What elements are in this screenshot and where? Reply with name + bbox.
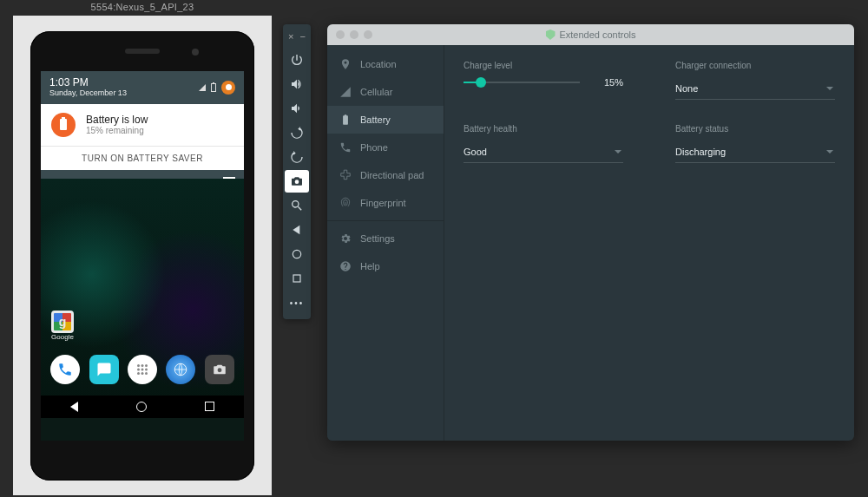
svg-point-12 <box>293 250 300 258</box>
battery-status-field: Battery status Discharging <box>675 124 835 163</box>
charge-level-label: Charge level <box>464 61 623 70</box>
browser-app-icon[interactable] <box>166 355 195 384</box>
notification-title: Battery is low <box>86 114 148 126</box>
profile-avatar-icon[interactable] <box>221 81 235 95</box>
phone-front-camera <box>192 49 199 56</box>
android-statusbar[interactable]: 1:03 PM Sunday, December 13 <box>41 71 244 104</box>
phone-speaker <box>125 49 160 54</box>
svg-point-3 <box>137 368 140 370</box>
status-datetime: 1:03 PM Sunday, December 13 <box>49 76 127 98</box>
android-navbar <box>41 396 244 418</box>
charger-connection-select[interactable]: None <box>675 77 835 100</box>
charge-level-field: Charge level 15% <box>464 61 623 100</box>
sidebar-label: Fingerprint <box>360 198 406 208</box>
recents-button[interactable] <box>205 402 214 411</box>
extended-controls-window: Extended controls Location Cellular Batt… <box>327 24 854 441</box>
svg-point-1 <box>141 364 143 367</box>
battery-health-select[interactable]: Good <box>464 141 623 163</box>
extended-window-title: Extended controls <box>545 29 635 40</box>
extended-sidebar: Location Cellular Battery Phone Directio… <box>327 45 444 441</box>
sidebar-item-phone[interactable]: Phone <box>327 134 444 161</box>
battery-status-label: Battery status <box>675 124 835 134</box>
power-button[interactable] <box>285 49 309 71</box>
back-button[interactable] <box>70 402 78 412</box>
svg-point-2 <box>145 364 148 367</box>
sidebar-label: Phone <box>360 142 388 153</box>
messages-app-icon[interactable] <box>89 355 119 384</box>
svg-rect-13 <box>293 275 300 282</box>
rotate-left-button[interactable] <box>285 121 309 144</box>
svg-point-5 <box>145 368 148 370</box>
toolbar-minimize-button[interactable]: − <box>300 31 306 42</box>
status-icons <box>199 81 235 95</box>
emulator-title: 5554:Nexus_5_API_23 <box>13 0 272 16</box>
extended-titlebar[interactable]: Extended controls <box>327 24 854 45</box>
home-button[interactable] <box>136 402 147 412</box>
sidebar-item-cellular[interactable]: Cellular <box>327 78 444 106</box>
svg-point-7 <box>141 372 143 375</box>
battery-alert-icon <box>51 113 76 137</box>
svg-point-6 <box>137 372 140 375</box>
select-value: Good <box>464 147 487 157</box>
app-dock <box>41 349 244 390</box>
select-value: None <box>675 83 698 94</box>
toolbar-more-button[interactable]: ••• <box>285 291 309 314</box>
camera-app-icon[interactable] <box>205 355 234 384</box>
google-search-widget[interactable]: g Google <box>51 311 74 341</box>
select-value: Discharging <box>675 147 726 157</box>
sidebar-item-fingerprint[interactable]: Fingerprint <box>327 189 444 217</box>
chevron-down-icon <box>826 87 833 90</box>
chevron-down-icon <box>615 150 621 154</box>
traffic-zoom[interactable] <box>364 30 372 39</box>
screenshot-button[interactable] <box>285 170 309 193</box>
charger-connection-label: Charger connection <box>675 61 835 70</box>
emulator-window: 5554:Nexus_5_API_23 1:03 PM Sunday, Dece… <box>13 0 272 495</box>
battery-saver-button[interactable]: TURN ON BATTERY SAVER <box>41 146 244 170</box>
status-date: Sunday, December 13 <box>49 88 127 98</box>
volume-up-button[interactable] <box>285 73 309 95</box>
toolbar-home-button[interactable] <box>285 243 309 265</box>
svg-point-4 <box>141 368 143 370</box>
battery-status-select[interactable]: Discharging <box>675 141 835 163</box>
signal-icon <box>199 84 206 91</box>
svg-point-0 <box>137 364 140 367</box>
chevron-down-icon <box>826 150 833 154</box>
svg-point-8 <box>145 372 148 375</box>
volume-down-button[interactable] <box>285 97 309 120</box>
zoom-button[interactable] <box>285 194 309 217</box>
emulator-toolbar: × − ••• <box>283 24 311 319</box>
toolbar-back-button[interactable] <box>285 219 309 241</box>
sidebar-item-dpad[interactable]: Directional pad <box>327 161 444 189</box>
traffic-minimize[interactable] <box>350 30 358 39</box>
charge-level-slider[interactable] <box>464 82 580 83</box>
sidebar-separator <box>327 220 444 221</box>
charge-level-value: 15% <box>594 77 623 88</box>
sidebar-item-location[interactable]: Location <box>327 50 444 78</box>
app-drawer-icon[interactable] <box>128 355 157 384</box>
sidebar-label: Settings <box>360 233 395 244</box>
phone-screen[interactable]: 1:03 PM Sunday, December 13 Battery is l… <box>41 71 244 441</box>
svg-point-10 <box>217 368 221 372</box>
emulator-frame: 1:03 PM Sunday, December 13 Battery is l… <box>13 16 272 495</box>
low-battery-notification[interactable]: Battery is low 15% remaining TURN ON BAT… <box>41 104 244 170</box>
sidebar-label: Battery <box>360 114 391 125</box>
notification-subtitle: 15% remaining <box>86 126 148 135</box>
sidebar-item-battery[interactable]: Battery <box>327 106 444 134</box>
sidebar-label: Cellular <box>360 87 392 97</box>
window-traffic-lights[interactable] <box>327 30 372 39</box>
phone-app-icon[interactable] <box>50 355 80 384</box>
sidebar-item-help[interactable]: Help <box>327 252 444 280</box>
google-icon: g <box>51 311 74 333</box>
google-label: Google <box>51 333 74 341</box>
traffic-close[interactable] <box>336 30 345 39</box>
toolbar-recents-button[interactable] <box>285 267 309 290</box>
status-time: 1:03 PM <box>49 76 127 88</box>
shield-icon <box>545 29 555 40</box>
slider-thumb[interactable] <box>476 77 486 88</box>
sidebar-label: Directional pad <box>360 170 424 180</box>
svg-point-11 <box>295 180 299 184</box>
toolbar-close-button[interactable]: × <box>288 31 293 42</box>
home-wallpaper[interactable]: g Google <box>41 179 244 418</box>
sidebar-item-settings[interactable]: Settings <box>327 225 444 252</box>
rotate-right-button[interactable] <box>285 146 309 168</box>
